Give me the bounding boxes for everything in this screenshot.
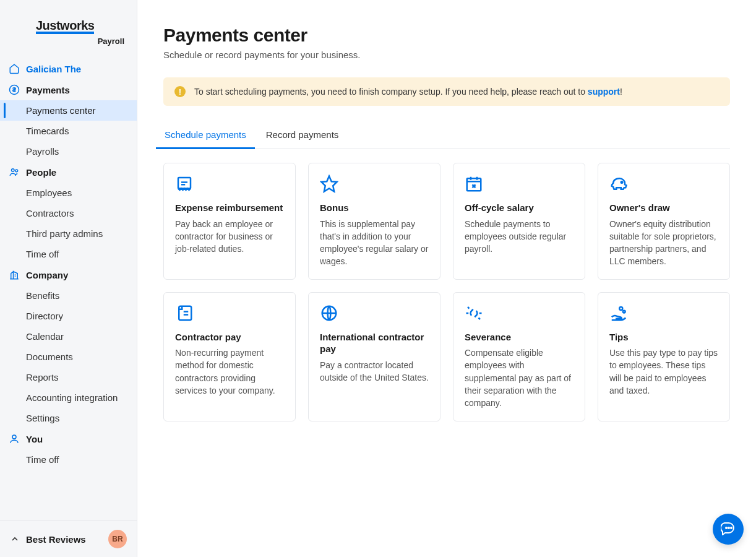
card-title: Contractor pay (175, 331, 284, 343)
card-desc: Non-recurring payment method for domesti… (175, 347, 284, 397)
svg-point-13 (731, 527, 732, 529)
card-title: Severance (465, 331, 573, 343)
receipt-icon (175, 175, 284, 193)
sidebar-item-settings[interactable]: Settings (0, 408, 137, 428)
user-icon (9, 433, 20, 444)
card-desc: Pay a contractor located outside of the … (320, 359, 429, 384)
svg-rect-6 (467, 178, 481, 191)
chevron-up-icon (10, 534, 20, 544)
sidebar-footer[interactable]: Best Reviews BR (0, 520, 137, 557)
card-expense-reimbursement[interactable]: Expense reimbursement Pay back an employ… (163, 163, 296, 280)
card-desc: Use this pay type to pay tips to employe… (609, 347, 718, 397)
sidebar-item-time-off-you[interactable]: Time off (0, 449, 137, 470)
home-icon (9, 63, 20, 74)
payment-cards: Expense reimbursement Pay back an employ… (163, 163, 730, 421)
card-tips[interactable]: Tips Use this pay type to pay tips to em… (598, 292, 730, 421)
sidebar: Justworks Payroll Galician The Payments … (0, 0, 137, 557)
card-desc: Pay back an employee or contractor for b… (175, 218, 284, 256)
company-name: Galician The (26, 64, 81, 74)
card-title: Expense reimbursement (175, 202, 284, 214)
broken-link-icon (465, 304, 573, 322)
card-severance[interactable]: Severance Compensate eligible employees … (453, 292, 585, 421)
sidebar-item-payrolls[interactable]: Payrolls (0, 141, 137, 162)
svg-marker-5 (322, 176, 337, 192)
card-title: Off-cycle salary (465, 202, 573, 214)
piggy-bank-icon (609, 175, 718, 193)
nav-section-people[interactable]: People (0, 162, 137, 183)
svg-point-7 (621, 181, 623, 183)
hand-coins-icon (609, 304, 718, 322)
sidebar-item-timecards[interactable]: Timecards (0, 121, 137, 141)
page-subtitle: Schedule or record payments for your bus… (163, 50, 730, 60)
card-desc: Owner's equity distribution suitable for… (609, 218, 718, 268)
sidebar-item-reports[interactable]: Reports (0, 367, 137, 387)
building-icon (9, 269, 20, 280)
brand-sub: Payroll (36, 37, 124, 46)
footer-label: Best Reviews (26, 534, 102, 545)
sidebar-item-contractors[interactable]: Contractors (0, 203, 137, 223)
main-content: Payments center Schedule or record payme… (137, 0, 756, 557)
sidebar-item-employees[interactable]: Employees (0, 183, 137, 203)
sidebar-item-benefits[interactable]: Benefits (0, 285, 137, 306)
support-link[interactable]: support (588, 87, 620, 97)
sidebar-item-payments-center[interactable]: Payments center (0, 100, 137, 121)
svg-point-3 (12, 435, 16, 439)
sidebar-item-company-home[interactable]: Galician The (0, 58, 137, 79)
people-icon (9, 166, 20, 178)
card-desc: Schedule payments to employees outside r… (465, 218, 573, 256)
svg-point-1 (12, 169, 15, 172)
card-desc: This is supplemental pay that's in addit… (320, 218, 429, 268)
nav-section-company[interactable]: Company (0, 264, 137, 285)
nav-section-payments[interactable]: Payments (0, 79, 137, 100)
card-desc: Compensate eligible employees with suppl… (465, 347, 573, 409)
card-title: International contractor pay (320, 331, 429, 355)
tab-record-payments[interactable]: Record payments (265, 123, 340, 149)
dollar-icon (9, 84, 20, 95)
warning-icon: ! (174, 86, 186, 97)
svg-point-9 (619, 307, 622, 310)
tabs: Schedule payments Record payments (163, 123, 730, 149)
card-owners-draw[interactable]: Owner's draw Owner's equity distribution… (598, 163, 730, 280)
sidebar-item-directory[interactable]: Directory (0, 306, 137, 326)
card-title: Tips (609, 331, 718, 343)
card-off-cycle-salary[interactable]: Off-cycle salary Schedule payments to em… (453, 163, 585, 280)
tab-schedule-payments[interactable]: Schedule payments (163, 123, 247, 149)
card-bonus[interactable]: Bonus This is supplemental pay that's in… (308, 163, 440, 280)
chat-fab[interactable] (713, 514, 744, 545)
scroll-icon (175, 304, 284, 322)
page-title: Payments center (163, 25, 730, 46)
star-icon (320, 175, 429, 193)
sidebar-item-calendar[interactable]: Calendar (0, 326, 137, 347)
nav-section-you[interactable]: You (0, 428, 137, 449)
chat-icon (721, 520, 736, 538)
avatar: BR (108, 530, 127, 548)
card-title: Bonus (320, 202, 429, 214)
logo-area: Justworks Payroll (0, 0, 137, 58)
svg-point-12 (728, 527, 729, 529)
svg-point-11 (726, 527, 727, 529)
setup-alert: ! To start scheduling payments, you need… (163, 77, 730, 106)
alert-text: To start scheduling payments, you need t… (194, 87, 622, 97)
svg-point-2 (15, 170, 18, 172)
nav: Galician The Payments Payments center Ti… (0, 58, 137, 520)
sidebar-item-third-party-admins[interactable]: Third party admins (0, 223, 137, 244)
card-international-contractor-pay[interactable]: International contractor pay Pay a contr… (308, 292, 440, 421)
sidebar-item-time-off-people[interactable]: Time off (0, 244, 137, 264)
calendar-x-icon (465, 175, 573, 193)
globe-icon (320, 304, 429, 322)
sidebar-item-accounting-integration[interactable]: Accounting integration (0, 387, 137, 408)
sidebar-item-documents[interactable]: Documents (0, 347, 137, 367)
svg-point-10 (623, 310, 625, 313)
brand-logo: Justworks (36, 19, 94, 33)
card-contractor-pay[interactable]: Contractor pay Non-recurring payment met… (163, 292, 296, 421)
card-title: Owner's draw (609, 202, 718, 214)
